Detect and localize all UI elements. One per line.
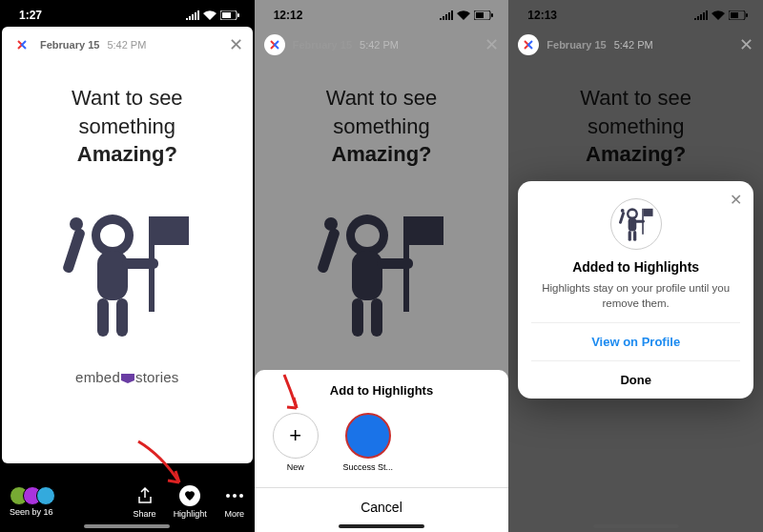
status-indicators bbox=[694, 10, 748, 20]
home-indicator[interactable] bbox=[84, 524, 170, 528]
svg-point-12 bbox=[70, 217, 83, 231]
svg-rect-48 bbox=[633, 231, 636, 241]
story-avatar[interactable] bbox=[264, 34, 285, 55]
brand-logo: embedstories bbox=[2, 369, 253, 385]
brand-prefix: embed bbox=[75, 369, 120, 385]
svg-rect-30 bbox=[731, 12, 738, 18]
new-highlight-label: New bbox=[287, 462, 304, 472]
share-label: Share bbox=[134, 509, 156, 519]
share-button[interactable]: Share bbox=[134, 485, 156, 519]
screenshot-step-1: 1:27 February 15 5:42 PM ✕ Want to see s… bbox=[0, 0, 255, 532]
svg-rect-47 bbox=[628, 231, 630, 241]
heart-icon bbox=[179, 485, 200, 506]
story-date: February 15 bbox=[40, 39, 99, 51]
battery-icon bbox=[474, 10, 493, 20]
highlight-thumbnail bbox=[610, 198, 662, 250]
seen-by[interactable]: Seen by 16 bbox=[10, 486, 55, 517]
plus-icon: + bbox=[273, 413, 319, 459]
home-indicator[interactable] bbox=[593, 524, 679, 528]
highlight-thumbnail bbox=[345, 413, 391, 459]
signal-icon bbox=[186, 10, 199, 20]
svg-point-14 bbox=[233, 494, 237, 498]
svg-point-6 bbox=[100, 224, 125, 247]
status-bar: 1:27 bbox=[0, 0, 255, 31]
status-indicators bbox=[440, 10, 493, 20]
svg-rect-11 bbox=[62, 227, 86, 274]
new-highlight-button[interactable]: + New bbox=[268, 413, 323, 472]
story-date: February 15 bbox=[293, 39, 352, 51]
story-timestamp: 5:42 PM bbox=[360, 39, 399, 51]
screenshot-step-3: 12:13 February 15 5:42 PM ✕ Want to see … bbox=[508, 0, 763, 532]
more-icon bbox=[224, 485, 245, 506]
status-bar: 12:12 bbox=[255, 0, 509, 31]
svg-rect-50 bbox=[618, 212, 625, 224]
screenshot-step-2: 12:12 February 15 5:42 PM ✕ Want to see … bbox=[255, 0, 509, 532]
headline-l2: something bbox=[79, 114, 176, 138]
status-bar: 12:13 bbox=[508, 0, 763, 31]
close-icon[interactable]: ✕ bbox=[730, 191, 742, 209]
svg-rect-4 bbox=[155, 216, 189, 245]
close-icon[interactable]: ✕ bbox=[739, 34, 753, 55]
home-indicator[interactable] bbox=[339, 524, 424, 528]
modal-body: Highlights stay on your profile until yo… bbox=[531, 280, 740, 311]
svg-point-51 bbox=[620, 209, 624, 213]
svg-rect-17 bbox=[476, 12, 484, 18]
story-avatar[interactable] bbox=[11, 34, 32, 55]
story-toolbar: Seen by 16 Share Highlight More bbox=[0, 471, 255, 532]
svg-rect-1 bbox=[222, 12, 231, 18]
brand-suffix: stories bbox=[135, 369, 179, 385]
clock: 12:13 bbox=[527, 9, 557, 22]
wifi-icon bbox=[711, 10, 725, 20]
existing-highlight-button[interactable]: Success St... bbox=[340, 413, 396, 472]
highlights-row: + New Success St... bbox=[255, 407, 509, 476]
status-indicators bbox=[186, 10, 239, 20]
story-date: February 15 bbox=[546, 39, 606, 51]
signal-icon bbox=[694, 10, 708, 20]
modal-title: Added to Highlights bbox=[531, 259, 740, 275]
seen-label: Seen by 16 bbox=[10, 507, 53, 517]
svg-rect-46 bbox=[628, 218, 636, 232]
story-headline: Want to see something Amazing? bbox=[2, 61, 253, 169]
share-icon bbox=[134, 485, 155, 506]
wifi-icon bbox=[203, 10, 217, 20]
battery-icon bbox=[220, 10, 239, 20]
clock: 1:27 bbox=[19, 9, 42, 22]
wifi-icon bbox=[457, 10, 470, 20]
story-timestamp: 5:42 PM bbox=[107, 39, 146, 51]
close-icon[interactable]: ✕ bbox=[229, 34, 243, 55]
astronaut-illustration bbox=[55, 195, 198, 348]
svg-rect-10 bbox=[122, 258, 158, 269]
battery-icon bbox=[729, 10, 748, 20]
headline-l1: Want to see bbox=[72, 86, 183, 110]
story-content: February 15 5:42 PM ✕ Want to see someth… bbox=[2, 27, 253, 463]
more-label: More bbox=[224, 509, 244, 519]
seen-avatars bbox=[10, 486, 55, 505]
story-avatar[interactable] bbox=[518, 34, 539, 55]
story-timestamp: 5:42 PM bbox=[614, 39, 653, 51]
svg-rect-18 bbox=[491, 13, 493, 17]
add-to-highlights-sheet: Add to Highlights + New Success St... Ca… bbox=[255, 370, 509, 532]
svg-point-15 bbox=[239, 494, 243, 498]
viewer-avatar bbox=[36, 486, 55, 505]
highlight-button[interactable]: Highlight bbox=[174, 485, 207, 519]
svg-rect-43 bbox=[643, 209, 652, 216]
svg-rect-8 bbox=[97, 298, 109, 337]
view-on-profile-button[interactable]: View on Profile bbox=[531, 322, 740, 360]
clock: 12:12 bbox=[274, 9, 303, 22]
svg-rect-49 bbox=[634, 220, 644, 223]
svg-rect-7 bbox=[97, 251, 128, 300]
close-icon[interactable]: ✕ bbox=[485, 34, 499, 55]
highlight-label: Highlight bbox=[174, 509, 207, 519]
headline-strong: Amazing? bbox=[77, 142, 177, 166]
svg-rect-9 bbox=[116, 298, 128, 337]
more-button[interactable]: More bbox=[224, 485, 245, 519]
done-button[interactable]: Done bbox=[531, 360, 740, 399]
svg-rect-31 bbox=[746, 13, 748, 17]
existing-highlight-label: Success St... bbox=[342, 462, 393, 472]
brand-icon bbox=[121, 374, 134, 383]
svg-point-13 bbox=[226, 494, 230, 498]
signal-icon bbox=[440, 10, 453, 20]
sheet-title: Add to Highlights bbox=[255, 379, 509, 407]
added-to-highlights-modal: ✕ Added to Highlights Highlights stay on… bbox=[518, 181, 753, 399]
svg-rect-2 bbox=[237, 13, 239, 17]
